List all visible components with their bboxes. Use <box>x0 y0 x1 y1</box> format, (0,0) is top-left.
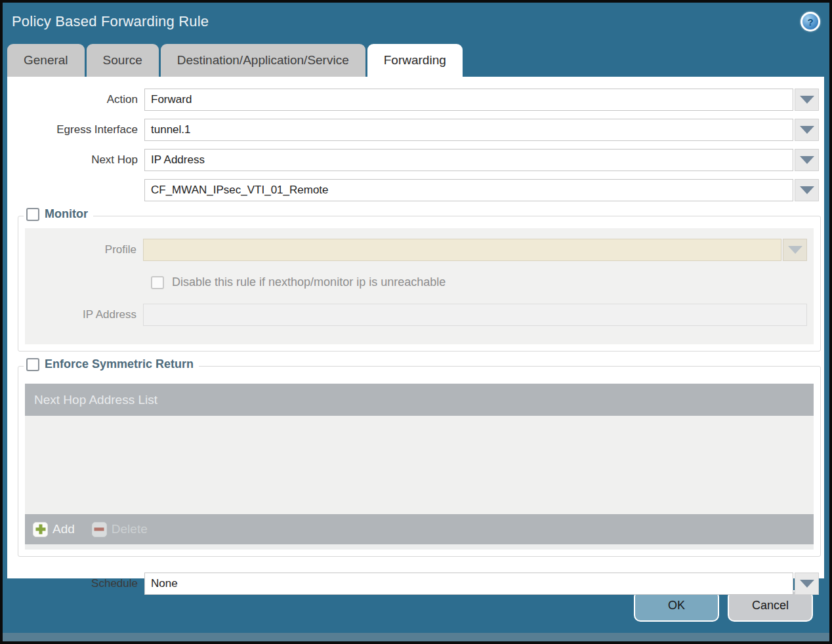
egress-interface-dropdown-trigger[interactable] <box>795 119 819 141</box>
action-label: Action <box>7 93 138 106</box>
monitor-fieldset: Monitor Profile Disable this rule if nex… <box>18 216 821 352</box>
profile-label: Profile <box>25 243 136 256</box>
chevron-down-icon <box>800 580 814 588</box>
add-button-label: Add <box>52 522 75 536</box>
action-input[interactable]: Forward <box>144 89 793 111</box>
schedule-row: Schedule None <box>7 573 819 595</box>
next-hop-address-input[interactable]: CF_MWAN_IPsec_VTI_01_Remote <box>144 179 793 201</box>
next-hop-combo: IP Address <box>144 149 819 171</box>
monitor-legend: Monitor <box>24 207 93 221</box>
dialog-titlebar: Policy Based Forwarding Rule ? <box>3 3 829 41</box>
schedule-input[interactable]: None <box>144 573 793 595</box>
tab-source[interactable]: Source <box>87 44 159 77</box>
dialog-title: Policy Based Forwarding Rule <box>12 13 209 30</box>
profile-input <box>143 239 781 261</box>
tab-bar: General Source Destination/Application/S… <box>3 41 829 77</box>
add-button[interactable]: Add <box>33 522 75 537</box>
forwarding-tab-panel: Action Forward Egress Interface tunnel.1… <box>7 77 824 578</box>
enforce-symmetric-return-legend: Enforce Symmetric Return <box>24 357 199 371</box>
next-hop-dropdown-trigger[interactable] <box>795 149 819 171</box>
disable-rule-label: Disable this rule if nexthop/monitor ip … <box>172 275 446 289</box>
next-hop-label: Next Hop <box>7 153 138 167</box>
next-hop-input[interactable]: IP Address <box>144 149 793 171</box>
schedule-combo: None <box>144 573 819 595</box>
next-hop-address-list-header: Next Hop Address List <box>25 384 814 416</box>
monitor-panel: Profile Disable this rule if nexthop/mon… <box>25 228 814 344</box>
action-dropdown-trigger[interactable] <box>795 89 819 111</box>
monitor-checkbox[interactable] <box>26 208 39 221</box>
profile-row: Profile <box>25 239 807 261</box>
policy-based-forwarding-dialog: Policy Based Forwarding Rule ? General S… <box>3 3 829 641</box>
monitor-ip-address-wrap <box>143 304 807 326</box>
tab-forwarding[interactable]: Forwarding <box>367 44 463 77</box>
profile-dropdown-trigger <box>783 239 807 261</box>
grid-bottom-strip <box>25 544 814 550</box>
plus-icon <box>33 522 48 537</box>
disable-rule-row: Disable this rule if nexthop/monitor ip … <box>151 275 807 289</box>
next-hop-address-list-grid: Next Hop Address List Add Delete <box>25 384 814 550</box>
disable-rule-checkbox <box>151 276 164 289</box>
monitor-ip-address-row: IP Address <box>25 304 807 326</box>
monitor-legend-label: Monitor <box>45 207 88 221</box>
egress-interface-combo: tunnel.1 <box>144 119 819 141</box>
profile-combo <box>143 239 807 261</box>
next-hop-address-list-toolbar: Add Delete <box>25 514 814 544</box>
egress-interface-row: Egress Interface tunnel.1 <box>7 119 819 141</box>
action-combo: Forward <box>144 89 819 111</box>
enforce-symmetric-return-fieldset: Enforce Symmetric Return Next Hop Addres… <box>18 366 821 557</box>
next-hop-row: Next Hop IP Address <box>7 149 819 171</box>
next-hop-address-dropdown-trigger[interactable] <box>795 179 819 201</box>
tab-general[interactable]: General <box>7 44 85 77</box>
chevron-down-icon <box>800 126 814 134</box>
egress-interface-label: Egress Interface <box>7 123 138 136</box>
monitor-ip-address-label: IP Address <box>25 308 136 321</box>
chevron-down-icon <box>800 156 814 164</box>
chevron-down-icon <box>800 186 814 194</box>
delete-button-label: Delete <box>112 522 148 536</box>
next-hop-address-combo: CF_MWAN_IPsec_VTI_01_Remote <box>144 179 819 201</box>
next-hop-address-row: CF_MWAN_IPsec_VTI_01_Remote <box>7 179 819 201</box>
schedule-dropdown-trigger[interactable] <box>795 573 819 595</box>
action-row: Action Forward <box>7 89 819 111</box>
egress-interface-input[interactable]: tunnel.1 <box>144 119 793 141</box>
enforce-symmetric-return-checkbox[interactable] <box>26 358 39 371</box>
chevron-down-icon <box>788 246 802 254</box>
chevron-down-icon <box>800 96 814 104</box>
question-mark-glyph: ? <box>802 14 818 30</box>
enforce-symmetric-return-legend-label: Enforce Symmetric Return <box>45 357 194 371</box>
delete-button: Delete <box>92 522 148 537</box>
minus-icon <box>92 522 107 537</box>
help-icon[interactable]: ? <box>801 12 820 31</box>
schedule-label: Schedule <box>7 577 138 590</box>
monitor-ip-address-input <box>143 304 807 326</box>
tab-destination-application-service[interactable]: Destination/Application/Service <box>161 44 365 77</box>
dialog-bottom-strip <box>3 633 829 641</box>
next-hop-address-list-body[interactable] <box>25 416 814 514</box>
